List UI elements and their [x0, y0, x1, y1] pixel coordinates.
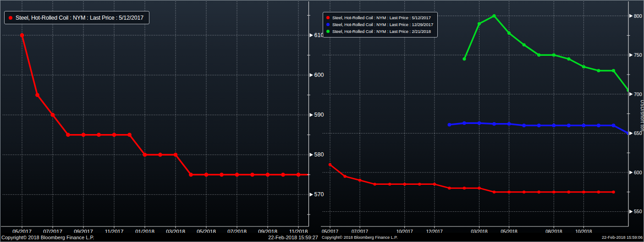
legend-label: Steel, Hot-Rolled Coil : NYM : Last Pric… [332, 28, 431, 35]
svg-text:750: 750 [634, 52, 642, 58]
charts-canvas[interactable]: 05/201707/201709/201711/201701/201803/20… [0, 0, 644, 242]
svg-text:570: 570 [314, 191, 324, 198]
copyright-right: Copyright© 2018 Bloomberg Finance L.P. [322, 235, 398, 240]
legend-entry: Steel, Hot-Rolled Coil : NYM : Last Pric… [326, 14, 433, 21]
red-series-marker-icon [326, 16, 330, 19]
svg-text:700: 700 [634, 91, 642, 97]
legend-label: Steel, Hot-Rolled Coil : NYM : Last Pric… [332, 14, 431, 21]
footer-bar: Copyright© 2018 Bloomberg Finance L.P. 2… [0, 233, 644, 242]
legend-entry: Steel, Hot-Rolled Coil : NYM : Last Pric… [9, 15, 143, 21]
svg-text:590: 590 [314, 112, 324, 118]
timestamp-left: 22-Feb-2018 15:59:27 [268, 235, 318, 240]
left-chart-legend[interactable]: Steel, Hot-Rolled Coil : NYM : Last Pric… [4, 11, 149, 24]
bloomberg-chart-window: 05/201707/201709/201711/201701/201803/20… [0, 0, 644, 242]
y-axis-title: USD/short ton [640, 100, 644, 131]
legend-label: Steel, Hot-Rolled Coil : NYM : Last Pric… [332, 21, 433, 28]
blue-series-marker-icon [326, 23, 330, 26]
copyright-left: Copyright© 2018 Bloomberg Finance L.P. [1, 235, 94, 240]
svg-text:600: 600 [634, 170, 642, 175]
legend-entry: Steel, Hot-Rolled Coil : NYM : Last Pric… [326, 28, 433, 35]
svg-text:550: 550 [634, 209, 642, 214]
right-chart-legend[interactable]: Steel, Hot-Rolled Coil : NYM : Last Pric… [323, 12, 438, 38]
red-series-marker-icon [9, 16, 12, 20]
svg-text:580: 580 [314, 151, 324, 158]
legend-entry: Steel, Hot-Rolled Coil : NYM : Last Pric… [326, 21, 433, 28]
legend-label: Steel, Hot-Rolled Coil : NYM : Last Pric… [16, 15, 143, 21]
green-series-marker-icon [326, 30, 330, 33]
timestamp-right: 22-Feb-2018 15:59:06 [602, 235, 643, 240]
svg-text:800: 800 [634, 13, 642, 19]
svg-text:600: 600 [314, 72, 324, 78]
